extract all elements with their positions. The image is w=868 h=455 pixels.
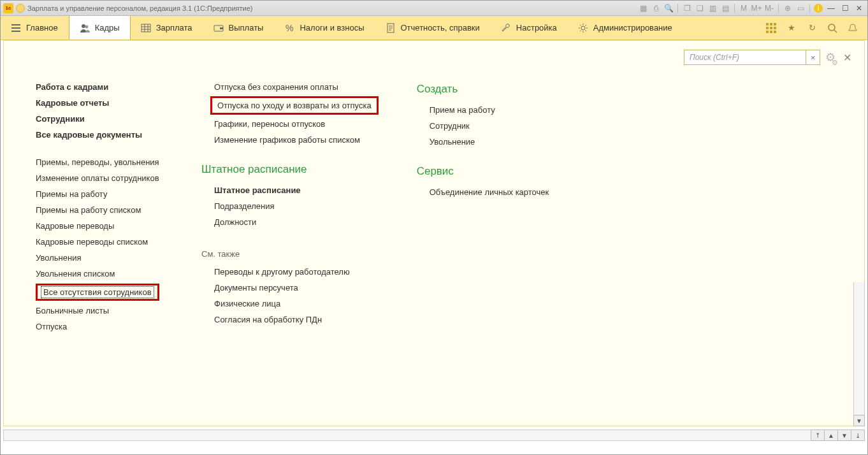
svg-point-7: [581, 26, 585, 30]
tb-print-icon[interactable]: ⎙: [651, 3, 661, 13]
panel-close-button[interactable]: ✕: [841, 52, 854, 64]
link-sick-leaves[interactable]: Больничные листы: [36, 303, 163, 319]
link-work-with-hr[interactable]: Работа с кадрами: [36, 79, 163, 95]
apps-grid-icon[interactable]: [765, 22, 777, 34]
app-logo-icon: 1c: [3, 3, 13, 13]
nav-item-payments[interactable]: Выплаты: [203, 16, 275, 40]
vscroll-down-button[interactable]: ▼: [853, 415, 865, 426]
tb-info-icon[interactable]: i: [814, 4, 823, 13]
tb-list-icon[interactable]: ▭: [795, 3, 806, 13]
link-transfers[interactable]: Кадровые переводы: [36, 218, 163, 234]
section-service[interactable]: Сервис: [417, 161, 549, 184]
nav-up-button[interactable]: ▲: [824, 430, 838, 441]
link-departments[interactable]: Подразделения: [201, 198, 379, 214]
link-vacation-schedules[interactable]: Графики, переносы отпусков: [201, 116, 379, 132]
link-transfers-employer[interactable]: Переводы к другому работодателю: [201, 264, 379, 280]
nav-right-tools: ★ ↻: [756, 16, 867, 40]
tb-mplus-icon[interactable]: M+: [751, 3, 762, 13]
link-all-absences-highlighted[interactable]: Все отсутствия сотрудников: [36, 284, 159, 301]
link-pay-change[interactable]: Изменение оплаты сотрудников: [36, 170, 163, 186]
link-staffing-table[interactable]: Штатное расписание: [201, 182, 379, 198]
document-icon: [386, 23, 396, 33]
link-create-employee[interactable]: Сотрудник: [417, 118, 549, 134]
svg-point-8: [828, 24, 835, 31]
panel: × ⚙⚙ ✕ Работа с кадрами Кадровые отчеты …: [3, 40, 865, 426]
nav-item-salary[interactable]: Зарплата: [131, 16, 203, 40]
tb-calendar-icon[interactable]: ▥: [707, 3, 718, 13]
nav-item-taxes[interactable]: % Налоги и взносы: [274, 16, 375, 40]
svg-rect-4: [220, 27, 223, 29]
right-scrollbar: ▼: [853, 282, 865, 426]
link-hires-list[interactable]: Приемы на работу списком: [36, 202, 163, 218]
tb-copy-icon[interactable]: ❐: [682, 3, 692, 13]
tb-m-icon[interactable]: M: [739, 3, 749, 13]
tb-calc-icon[interactable]: ▤: [720, 3, 730, 13]
link-all-absences[interactable]: Все отсутствия сотрудников: [41, 287, 154, 298]
gear-icon: [578, 23, 588, 33]
link-hires-transfers[interactable]: Приемы, переводы, увольнения: [36, 154, 163, 170]
history-icon[interactable]: ↻: [806, 22, 818, 34]
settings-gear-icon[interactable]: ⚙⚙: [825, 50, 835, 64]
see-also-label: См. также: [201, 242, 379, 264]
link-dismissals-list[interactable]: Увольнения списком: [36, 266, 163, 282]
svg-point-1: [85, 25, 88, 28]
nav-label: Главное: [26, 23, 58, 32]
menu-columns: Работа с кадрами Кадровые отчеты Сотрудн…: [4, 41, 864, 347]
search-clear-button[interactable]: ×: [806, 50, 820, 64]
link-pdn-consent[interactable]: Согласия на обработку ПДн: [201, 312, 379, 328]
link-dismissals[interactable]: Увольнения: [36, 250, 163, 266]
link-all-hr-docs[interactable]: Все кадровые документы: [36, 127, 163, 143]
nav-item-hr[interactable]: Кадры: [69, 16, 131, 40]
tb-icon-1[interactable]: ▦: [638, 3, 648, 13]
link-work-schedules-list[interactable]: Изменение графиков работы списком: [201, 132, 379, 148]
link-transfers-list[interactable]: Кадровые переводы списком: [36, 234, 163, 250]
percent-icon: %: [284, 23, 294, 33]
section-staffing[interactable]: Штатное расписание: [201, 159, 379, 182]
window-close-button[interactable]: ✕: [853, 3, 865, 13]
link-merge-cards[interactable]: Объединение личных карточек: [417, 184, 549, 200]
column-1: Работа с кадрами Кадровые отчеты Сотрудн…: [36, 79, 163, 335]
tb-paste-icon[interactable]: ❏: [695, 3, 705, 13]
section-create[interactable]: Создать: [417, 79, 549, 102]
nav-first-button[interactable]: ⤒: [811, 430, 825, 441]
column-3: Создать Прием на работу Сотрудник Увольн…: [417, 79, 549, 200]
titlebar-tool-icons: ▦ ⎙ 🔍 ❐ ❏ ▥ ▤ M M+ M- ⊕ ▭ i — ☐ ✕: [638, 3, 865, 13]
link-create-hire[interactable]: Прием на работу: [417, 102, 549, 118]
link-vacations[interactable]: Отпуска: [36, 319, 163, 335]
nav-item-reports[interactable]: Отчетность, справки: [375, 16, 491, 40]
search-icon[interactable]: [827, 22, 838, 34]
tb-preview-icon[interactable]: 🔍: [663, 3, 674, 13]
window-minimize-button[interactable]: —: [825, 3, 837, 13]
main-nav: Главное Кадры Зарплата Выплаты % Налоги …: [1, 16, 867, 40]
nav-item-admin[interactable]: Администрирование: [568, 16, 683, 40]
nav-down-button[interactable]: ▼: [837, 430, 851, 441]
search-input[interactable]: [684, 50, 806, 64]
link-parental-leave-highlighted[interactable]: Отпуска по уходу и возвраты из отпуска: [210, 96, 379, 115]
nav-label: Настройка: [516, 23, 557, 32]
tb-mminus-icon[interactable]: M-: [764, 3, 774, 13]
tb-plus-icon[interactable]: ⊕: [783, 3, 793, 13]
link-pers-docs[interactable]: Документы персучета: [201, 280, 379, 296]
link-employees[interactable]: Сотрудники: [36, 111, 163, 127]
nav-item-main[interactable]: Главное: [1, 16, 69, 40]
link-hires[interactable]: Приемы на работу: [36, 186, 163, 202]
nav-item-settings[interactable]: Настройка: [491, 16, 568, 40]
menu-icon: [11, 23, 21, 33]
link-positions[interactable]: Должности: [201, 214, 379, 230]
search-box: ×: [684, 50, 820, 65]
nav-last-button[interactable]: ⤓: [851, 430, 865, 441]
wallet-icon: [213, 23, 224, 33]
svg-point-0: [82, 24, 85, 28]
link-create-dismissal[interactable]: Увольнение: [417, 134, 549, 150]
window-maximize-button[interactable]: ☐: [839, 3, 851, 13]
column-2: Отпуска без сохранения оплаты Отпуска по…: [201, 79, 379, 328]
bell-icon[interactable]: [847, 22, 858, 34]
star-icon[interactable]: ★: [786, 22, 797, 34]
window-title: Зарплата и управление персоналом, редакц…: [27, 4, 252, 12]
nav-label: Зарплата: [156, 23, 192, 32]
vscroll-track[interactable]: [853, 282, 865, 415]
link-hr-reports[interactable]: Кадровые отчеты: [36, 95, 163, 111]
hscroll-track[interactable]: [3, 430, 811, 441]
link-unpaid-leave[interactable]: Отпуска без сохранения оплаты: [201, 79, 379, 95]
link-individuals[interactable]: Физические лица: [201, 296, 379, 312]
